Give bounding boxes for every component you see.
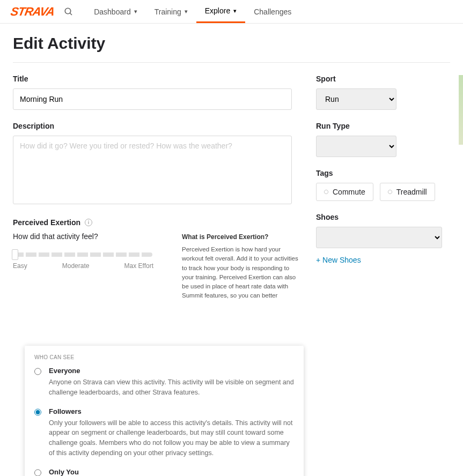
tags-label: Tags <box>316 169 450 177</box>
perceived-exertion-group: Perceived Exertion i How did that activi… <box>13 218 300 301</box>
map-preview-sliver <box>459 75 463 145</box>
col-side: Sport Run Run Type Tags Commute Treadmil… <box>316 75 450 476</box>
page-title: Edit Activity <box>13 34 450 53</box>
nav-dashboard[interactable]: Dashboard▾ <box>85 0 146 23</box>
shoes-label: Shoes <box>316 213 450 221</box>
nav-label: Training <box>155 8 181 16</box>
radio-body: Only You This activity is private. Only … <box>49 468 294 477</box>
tag-treadmill[interactable]: Treadmill <box>380 183 435 201</box>
title-input[interactable] <box>13 88 292 110</box>
tags-group: Tags Commute Treadmill <box>316 169 450 201</box>
tag-dot-icon <box>323 189 329 195</box>
title-group: Title <box>13 75 300 110</box>
chevron-down-icon: ▾ <box>233 8 237 14</box>
page: Edit Activity Title Description Perceive… <box>0 24 463 476</box>
slider-labels: Easy Moderate Max Effort <box>13 262 153 270</box>
chevron-down-icon: ▾ <box>134 8 137 15</box>
tag-dot-icon <box>387 189 393 195</box>
form-wrap: Title Description Perceived Exertion i H… <box>13 62 450 476</box>
radio-title: Only You <box>49 468 294 476</box>
pe-info: What is Perceived Exertion? Perceived Ex… <box>182 232 300 301</box>
sport-label: Sport <box>316 75 450 83</box>
radio-everyone[interactable] <box>34 368 41 375</box>
description-input[interactable] <box>13 136 292 204</box>
pe-left: How did that activity feel? Easy Moderat… <box>13 232 166 301</box>
pe-section: How did that activity feel? Easy Moderat… <box>13 232 300 301</box>
description-group: Description <box>13 122 300 206</box>
radio-body: Everyone Anyone on Strava can view this … <box>49 367 294 398</box>
info-icon[interactable]: i <box>85 219 92 226</box>
runtype-group: Run Type <box>316 122 450 157</box>
perceived-exertion-label: Perceived Exertion i <box>13 218 300 227</box>
shoes-group: Shoes + New Shoes <box>316 213 450 265</box>
svg-point-0 <box>65 8 71 14</box>
radio-desc: Only your followers will be able to acce… <box>49 418 294 458</box>
nav-label: Explore <box>205 6 230 15</box>
privacy-header: WHO CAN SEE <box>34 354 294 360</box>
radio-desc: Anyone on Strava can view this activity.… <box>49 377 294 398</box>
radio-title: Followers <box>49 407 294 415</box>
radio-only-you[interactable] <box>34 469 41 477</box>
runtype-select[interactable] <box>316 136 396 157</box>
radio-body: Followers Only your followers will be ab… <box>49 407 294 458</box>
exertion-slider[interactable] <box>13 252 152 257</box>
svg-line-1 <box>70 13 72 15</box>
tag-label: Commute <box>333 188 365 196</box>
nav-explore[interactable]: Explore▾ <box>196 0 245 23</box>
radio-followers[interactable] <box>34 408 41 416</box>
shoes-select[interactable] <box>316 227 442 248</box>
privacy-option-only-you[interactable]: Only You This activity is private. Only … <box>34 468 294 477</box>
pe-label-text: Perceived Exertion <box>13 218 80 227</box>
privacy-popover: WHO CAN SEE Everyone Anyone on Strava ca… <box>25 346 304 476</box>
radio-title: Everyone <box>49 367 294 375</box>
new-shoes-link[interactable]: + New Shoes <box>316 256 361 264</box>
sport-group: Sport Run <box>316 75 450 110</box>
pe-info-title: What is Perceived Exertion? <box>182 232 300 242</box>
sport-select[interactable]: Run <box>316 88 396 110</box>
main-nav: Dashboard▾ Training▾ Explore▾ Challenges <box>85 0 300 23</box>
title-label: Title <box>13 75 300 83</box>
chevron-down-icon: ▾ <box>185 8 188 15</box>
brand-logo[interactable]: STRAVA <box>10 5 56 19</box>
nav-label: Challenges <box>254 8 291 16</box>
runtype-label: Run Type <box>316 122 450 130</box>
slider-mid: Moderate <box>62 262 90 270</box>
nav-challenges[interactable]: Challenges <box>245 0 300 23</box>
privacy-option-followers[interactable]: Followers Only your followers will be ab… <box>34 407 294 458</box>
description-label: Description <box>13 122 300 130</box>
pe-question: How did that activity feel? <box>13 232 166 241</box>
nav-label: Dashboard <box>94 8 131 16</box>
slider-min: Easy <box>13 262 27 270</box>
slider-max: Max Effort <box>124 262 153 270</box>
slider-handle[interactable] <box>12 249 18 260</box>
privacy-option-everyone[interactable]: Everyone Anyone on Strava can view this … <box>34 367 294 398</box>
tag-commute[interactable]: Commute <box>316 183 373 201</box>
nav-training[interactable]: Training▾ <box>146 0 196 23</box>
search-icon[interactable] <box>64 7 74 17</box>
header: STRAVA Dashboard▾ Training▾ Explore▾ Cha… <box>0 0 463 24</box>
pe-info-body: Perceived Exertion is how hard your work… <box>182 245 300 301</box>
tags-list: Commute Treadmill <box>316 183 450 201</box>
tag-label: Treadmill <box>396 188 427 196</box>
